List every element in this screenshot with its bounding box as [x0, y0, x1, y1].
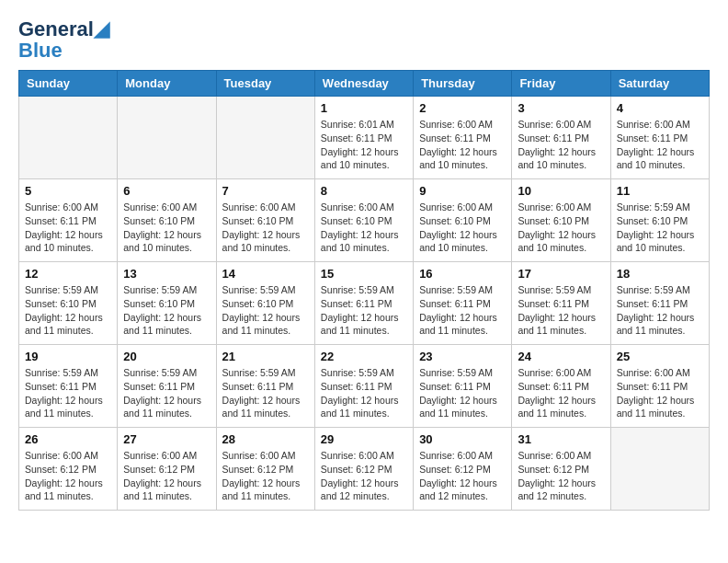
day-number: 14: [222, 267, 309, 281]
day-info: Sunrise: 5:59 AM Sunset: 6:11 PM Dayligh…: [617, 283, 703, 338]
calendar-cell: 19Sunrise: 5:59 AM Sunset: 6:11 PM Dayli…: [19, 345, 118, 428]
day-info: Sunrise: 6:00 AM Sunset: 6:11 PM Dayligh…: [419, 118, 506, 172]
day-info: Sunrise: 6:00 AM Sunset: 6:11 PM Dayligh…: [617, 118, 703, 172]
calendar-cell: 21Sunrise: 5:59 AM Sunset: 6:11 PM Dayli…: [216, 345, 314, 428]
calendar-cell: 7Sunrise: 6:00 AM Sunset: 6:10 PM Daylig…: [216, 179, 314, 262]
calendar-cell: 4Sunrise: 6:00 AM Sunset: 6:11 PM Daylig…: [610, 97, 709, 179]
calendar-cell: 8Sunrise: 6:00 AM Sunset: 6:10 PM Daylig…: [314, 179, 413, 262]
calendar-cell: 23Sunrise: 5:59 AM Sunset: 6:11 PM Dayli…: [414, 345, 512, 428]
day-number: 31: [518, 432, 604, 446]
day-info: Sunrise: 6:00 AM Sunset: 6:12 PM Dayligh…: [419, 449, 506, 503]
day-info: Sunrise: 6:00 AM Sunset: 6:12 PM Dayligh…: [321, 449, 407, 503]
weekday-header-tuesday: Tuesday: [216, 71, 314, 97]
day-number: 17: [518, 267, 604, 281]
day-info: Sunrise: 5:59 AM Sunset: 6:11 PM Dayligh…: [321, 366, 407, 420]
day-number: 11: [617, 184, 703, 198]
day-info: Sunrise: 6:00 AM Sunset: 6:10 PM Dayligh…: [123, 201, 210, 255]
weekday-header-sunday: Sunday: [19, 71, 118, 97]
day-number: 1: [321, 101, 407, 115]
day-number: 9: [419, 184, 506, 198]
day-info: Sunrise: 5:59 AM Sunset: 6:11 PM Dayligh…: [222, 366, 309, 420]
weekday-header-wednesday: Wednesday: [314, 71, 413, 97]
day-number: 24: [518, 350, 604, 363]
calendar-cell: 6Sunrise: 6:00 AM Sunset: 6:10 PM Daylig…: [118, 179, 216, 262]
day-info: Sunrise: 6:00 AM Sunset: 6:12 PM Dayligh…: [25, 449, 111, 503]
day-number: 5: [25, 184, 111, 198]
weekday-header-monday: Monday: [118, 71, 216, 97]
calendar: SundayMondayTuesdayWednesdayThursdayFrid…: [18, 70, 710, 511]
day-info: Sunrise: 6:00 AM Sunset: 6:11 PM Dayligh…: [617, 366, 703, 420]
calendar-cell: 3Sunrise: 6:00 AM Sunset: 6:11 PM Daylig…: [512, 97, 610, 179]
calendar-cell: 11Sunrise: 5:59 AM Sunset: 6:10 PM Dayli…: [610, 179, 709, 262]
day-info: Sunrise: 5:59 AM Sunset: 6:10 PM Dayligh…: [123, 283, 210, 338]
day-number: 8: [321, 184, 407, 198]
day-number: 2: [419, 101, 506, 115]
day-number: 29: [321, 432, 407, 446]
day-info: Sunrise: 5:59 AM Sunset: 6:11 PM Dayligh…: [419, 283, 506, 338]
day-info: Sunrise: 5:59 AM Sunset: 6:11 PM Dayligh…: [321, 283, 407, 338]
day-info: Sunrise: 6:00 AM Sunset: 6:10 PM Dayligh…: [518, 201, 604, 255]
weekday-header-friday: Friday: [512, 71, 610, 97]
calendar-cell: 15Sunrise: 5:59 AM Sunset: 6:11 PM Dayli…: [314, 262, 413, 345]
calendar-cell: 5Sunrise: 6:00 AM Sunset: 6:11 PM Daylig…: [19, 179, 118, 262]
day-number: 16: [419, 267, 506, 281]
day-number: 6: [123, 184, 210, 198]
day-number: 23: [419, 350, 506, 363]
day-number: 19: [25, 350, 111, 363]
day-number: 27: [123, 432, 210, 446]
day-number: 30: [419, 432, 506, 446]
day-info: Sunrise: 6:00 AM Sunset: 6:11 PM Dayligh…: [25, 201, 111, 255]
weekday-header-thursday: Thursday: [414, 71, 512, 97]
calendar-cell: 20Sunrise: 5:59 AM Sunset: 6:11 PM Dayli…: [118, 345, 216, 428]
calendar-cell: 29Sunrise: 6:00 AM Sunset: 6:12 PM Dayli…: [314, 428, 413, 511]
day-info: Sunrise: 5:59 AM Sunset: 6:11 PM Dayligh…: [518, 283, 604, 338]
calendar-cell: 2Sunrise: 6:00 AM Sunset: 6:11 PM Daylig…: [414, 97, 512, 179]
calendar-cell: 25Sunrise: 6:00 AM Sunset: 6:11 PM Dayli…: [610, 345, 709, 428]
day-number: 7: [222, 184, 309, 198]
day-info: Sunrise: 6:00 AM Sunset: 6:10 PM Dayligh…: [419, 201, 506, 255]
calendar-cell: 22Sunrise: 5:59 AM Sunset: 6:11 PM Dayli…: [314, 345, 413, 428]
day-number: 28: [222, 432, 309, 446]
day-number: 3: [518, 101, 604, 115]
weekday-header-saturday: Saturday: [610, 71, 709, 97]
calendar-cell: 10Sunrise: 6:00 AM Sunset: 6:10 PM Dayli…: [512, 179, 610, 262]
day-number: 15: [321, 267, 407, 281]
day-info: Sunrise: 5:59 AM Sunset: 6:11 PM Dayligh…: [25, 366, 111, 420]
calendar-cell: 13Sunrise: 5:59 AM Sunset: 6:10 PM Dayli…: [118, 262, 216, 345]
day-number: 22: [321, 350, 407, 363]
calendar-cell: 24Sunrise: 6:00 AM Sunset: 6:11 PM Dayli…: [512, 345, 610, 428]
day-number: 13: [123, 267, 210, 281]
calendar-cell: 16Sunrise: 5:59 AM Sunset: 6:11 PM Dayli…: [414, 262, 512, 345]
calendar-cell: 1Sunrise: 6:01 AM Sunset: 6:11 PM Daylig…: [314, 97, 413, 179]
calendar-cell: 9Sunrise: 6:00 AM Sunset: 6:10 PM Daylig…: [414, 179, 512, 262]
day-number: 21: [222, 350, 309, 363]
day-info: Sunrise: 6:00 AM Sunset: 6:12 PM Dayligh…: [518, 449, 604, 503]
calendar-cell: [610, 428, 709, 511]
day-number: 18: [617, 267, 703, 281]
day-number: 10: [518, 184, 604, 198]
logo: General◢ Blue: [18, 18, 109, 61]
day-info: Sunrise: 5:59 AM Sunset: 6:10 PM Dayligh…: [222, 283, 309, 338]
day-number: 12: [25, 267, 111, 281]
calendar-cell: 12Sunrise: 5:59 AM Sunset: 6:10 PM Dayli…: [19, 262, 118, 345]
day-number: 25: [617, 350, 703, 363]
day-info: Sunrise: 6:00 AM Sunset: 6:10 PM Dayligh…: [321, 201, 407, 255]
day-number: 4: [617, 101, 703, 115]
calendar-cell: [19, 97, 118, 179]
calendar-cell: 26Sunrise: 6:00 AM Sunset: 6:12 PM Dayli…: [19, 428, 118, 511]
day-info: Sunrise: 6:00 AM Sunset: 6:10 PM Dayligh…: [222, 201, 309, 255]
day-number: 26: [25, 432, 111, 446]
calendar-cell: 27Sunrise: 6:00 AM Sunset: 6:12 PM Dayli…: [118, 428, 216, 511]
calendar-cell: [118, 97, 216, 179]
calendar-cell: 28Sunrise: 6:00 AM Sunset: 6:12 PM Dayli…: [216, 428, 314, 511]
logo-general: General: [18, 17, 94, 40]
day-info: Sunrise: 5:59 AM Sunset: 6:11 PM Dayligh…: [419, 366, 506, 420]
day-info: Sunrise: 5:59 AM Sunset: 6:11 PM Dayligh…: [123, 366, 210, 420]
calendar-cell: [216, 97, 314, 179]
day-info: Sunrise: 5:59 AM Sunset: 6:10 PM Dayligh…: [25, 283, 111, 338]
day-info: Sunrise: 5:59 AM Sunset: 6:10 PM Dayligh…: [617, 201, 703, 255]
logo-bird-icon: ◢: [94, 17, 109, 40]
calendar-cell: 14Sunrise: 5:59 AM Sunset: 6:10 PM Dayli…: [216, 262, 314, 345]
day-info: Sunrise: 6:00 AM Sunset: 6:11 PM Dayligh…: [518, 366, 604, 420]
day-info: Sunrise: 6:00 AM Sunset: 6:12 PM Dayligh…: [123, 449, 210, 503]
